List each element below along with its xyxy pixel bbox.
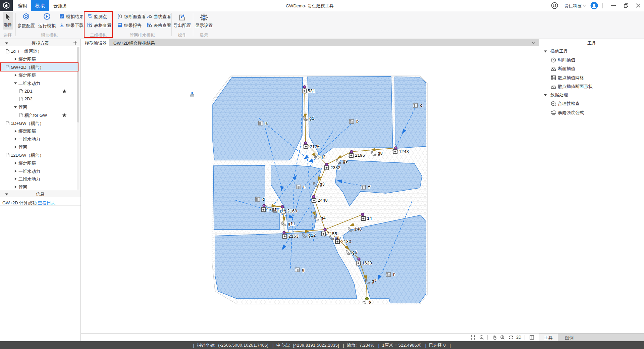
svg-text:g4: g4 xyxy=(321,216,326,221)
svg-text:g9: g9 xyxy=(343,159,348,164)
svg-text:d: d xyxy=(262,197,265,202)
svg-text:g5: g5 xyxy=(336,236,341,240)
svg-text:2382: 2382 xyxy=(330,166,340,170)
svg-text:2169: 2169 xyxy=(287,209,297,214)
svg-text:g6: g6 xyxy=(352,250,357,255)
svg-text:14: 14 xyxy=(367,216,372,221)
svg-text:h: h xyxy=(393,272,396,277)
svg-text:g3: g3 xyxy=(320,182,325,187)
svg-text:g12: g12 xyxy=(308,233,316,238)
svg-text:140: 140 xyxy=(354,227,362,232)
svg-text:g7: g7 xyxy=(372,279,377,284)
svg-text:2196: 2196 xyxy=(355,153,365,158)
svg-text:g1: g1 xyxy=(309,116,314,121)
svg-text:g2: g2 xyxy=(320,155,325,160)
svg-text:a: a xyxy=(265,121,268,126)
svg-text:b: b xyxy=(356,119,359,124)
svg-text:2163: 2163 xyxy=(288,234,299,239)
svg-text:1243: 1243 xyxy=(399,150,409,154)
svg-text:g: g xyxy=(302,268,305,272)
svg-text:c: c xyxy=(420,103,423,108)
svg-text:g8: g8 xyxy=(378,151,383,156)
svg-text:1628: 1628 xyxy=(362,261,372,266)
svg-text:531: 531 xyxy=(308,89,315,94)
svg-text:e: e xyxy=(303,185,306,190)
svg-text:8: 8 xyxy=(369,301,372,305)
svg-text:g11: g11 xyxy=(288,222,296,227)
svg-text:2120: 2120 xyxy=(310,145,320,149)
svg-text:g10: g10 xyxy=(278,209,286,213)
svg-text:f: f xyxy=(368,185,371,190)
svg-text:2448: 2448 xyxy=(318,198,328,203)
svg-text:2183: 2183 xyxy=(341,240,351,244)
